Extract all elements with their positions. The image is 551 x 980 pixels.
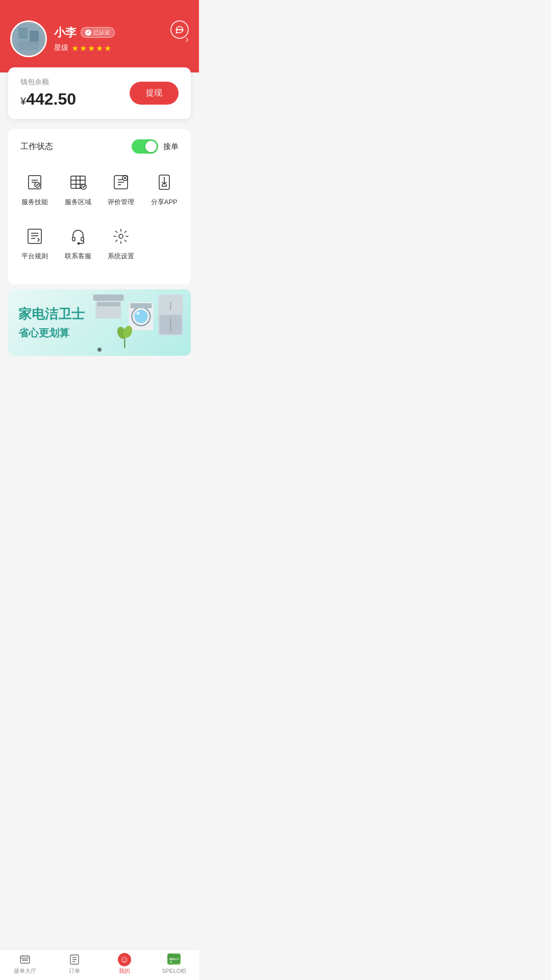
chat-icon <box>170 20 189 39</box>
wallet-amount: ¥442.50 <box>20 90 76 109</box>
svg-point-21 <box>78 243 79 244</box>
menu-item-system-settings[interactable]: 系统设置 <box>99 220 143 269</box>
svg-point-22 <box>119 234 123 238</box>
menu-item-platform-rules[interactable]: 平台规则 <box>13 220 57 269</box>
verified-badge: ✓ 已认证 <box>81 27 115 38</box>
rating-row: 星级 ★ ★ ★ ★ ★ <box>54 43 178 53</box>
svg-rect-5 <box>30 31 39 42</box>
share-app-icon <box>153 171 176 193</box>
svg-rect-25 <box>97 302 120 306</box>
toggle-knob <box>145 141 157 152</box>
svg-rect-4 <box>18 28 28 39</box>
customer-service-icon <box>67 225 89 248</box>
svg-point-0 <box>177 29 178 30</box>
menu-item-review-mgmt[interactable]: 评价管理 <box>99 166 143 215</box>
withdraw-button[interactable]: 提现 <box>130 82 179 105</box>
stars: ★ ★ ★ ★ ★ <box>71 43 111 53</box>
main-card: 工作状态 接单 服务技能 <box>8 129 191 284</box>
banner-title: 家电洁卫士 <box>18 305 85 323</box>
wallet-card: 钱包余额 ¥442.50 提现 <box>8 67 191 119</box>
wallet-info: 钱包余额 ¥442.50 <box>20 78 76 109</box>
service-skill-label: 服务技能 <box>21 198 48 207</box>
svg-point-29 <box>137 312 140 315</box>
profile-row[interactable]: 小李 ✓ 已认证 星级 ★ ★ ★ ★ ★ › <box>10 20 189 57</box>
menu-item-service-area[interactable]: 服务区域 <box>57 166 100 215</box>
service-area-label: 服务区域 <box>65 198 91 207</box>
platform-rules-icon <box>23 225 46 248</box>
avatar <box>10 20 47 57</box>
check-icon: ✓ <box>85 30 91 36</box>
currency-symbol: ¥ <box>20 95 26 107</box>
service-skill-icon <box>23 171 46 193</box>
profile-info: 小李 ✓ 已认证 星级 ★ ★ ★ ★ ★ <box>54 25 178 53</box>
svg-rect-6 <box>18 41 39 50</box>
profile-name: 小李 <box>54 25 77 40</box>
svg-point-1 <box>179 29 180 30</box>
header: 小李 ✓ 已认证 星级 ★ ★ ★ ★ ★ › <box>0 0 199 72</box>
svg-point-28 <box>135 310 148 323</box>
banner-image <box>90 289 191 356</box>
svg-rect-20 <box>81 237 84 241</box>
review-mgmt-icon <box>110 171 132 193</box>
banner-text: 家电洁卫士 省心更划算 <box>8 295 95 350</box>
work-status-row: 工作状态 接单 <box>13 139 186 154</box>
menu-item-customer-service[interactable]: 联系客服 <box>57 220 100 269</box>
share-app-label: 分享APP <box>151 198 178 207</box>
status-right: 接单 <box>132 139 179 154</box>
svg-point-2 <box>181 29 182 30</box>
system-settings-label: 系统设置 <box>108 252 134 261</box>
system-settings-icon <box>110 225 132 248</box>
svg-rect-18 <box>28 229 41 243</box>
menu-item-service-skill[interactable]: 服务技能 <box>13 166 57 215</box>
customer-service-label: 联系客服 <box>65 252 91 261</box>
svg-rect-19 <box>72 237 75 241</box>
svg-rect-23 <box>93 295 124 301</box>
chat-button[interactable] <box>170 20 189 39</box>
work-status-label: 工作状态 <box>20 141 53 152</box>
work-status-toggle[interactable] <box>132 139 158 154</box>
banner-dots <box>97 348 102 352</box>
menu-row-2: 平台规则 联系客服 <box>13 220 186 269</box>
svg-rect-30 <box>131 303 152 308</box>
banner-subtitle: 省心更划算 <box>18 326 85 340</box>
review-mgmt-label: 评价管理 <box>108 198 134 207</box>
dot-1 <box>97 348 102 352</box>
status-text: 接单 <box>163 142 179 152</box>
service-area-icon <box>67 171 89 193</box>
menu-row-1: 服务技能 服务区域 <box>13 166 186 215</box>
menu-item-share-app[interactable]: 分享APP <box>143 166 186 215</box>
banner[interactable]: 家电洁卫士 省心更划算 <box>8 289 191 356</box>
wallet-label: 钱包余额 <box>20 78 76 87</box>
platform-rules-label: 平台规则 <box>21 252 48 261</box>
